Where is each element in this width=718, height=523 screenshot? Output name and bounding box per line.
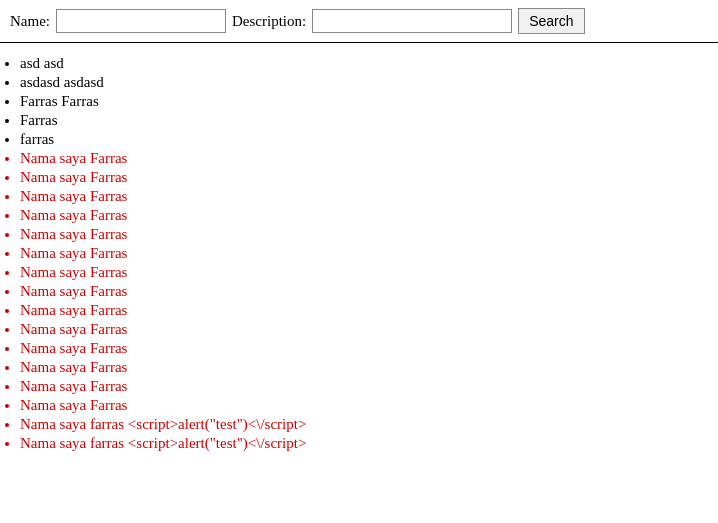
list-item: Nama saya Farras [20,207,698,224]
list-item: Nama saya farras <script>alert("test")<\… [20,435,698,452]
search-toolbar: Name: Description: Search [0,0,718,43]
list-item: Nama saya Farras [20,321,698,338]
list-item: farras [20,131,698,148]
result-list: asd asdasdasd asdasdFarras FarrasFarrasf… [0,43,718,464]
list-item: asdasd asdasd [20,74,698,91]
list-item: Farras [20,112,698,129]
list-item: Nama saya Farras [20,302,698,319]
name-label: Name: [10,13,50,30]
search-button[interactable]: Search [518,8,584,34]
description-input[interactable] [312,9,512,33]
list-item: Nama saya Farras [20,169,698,186]
list-item: Nama saya Farras [20,150,698,167]
list-item: Nama saya Farras [20,378,698,395]
list-item: Nama saya Farras [20,397,698,414]
list-item: Farras Farras [20,93,698,110]
list-item: Nama saya Farras [20,264,698,281]
name-input[interactable] [56,9,226,33]
list-item: Nama saya farras <script>alert("test")<\… [20,416,698,433]
list-item: Nama saya Farras [20,283,698,300]
list-item: Nama saya Farras [20,245,698,262]
list-item: asd asd [20,55,698,72]
list-item: Nama saya Farras [20,359,698,376]
description-label: Description: [232,13,306,30]
list-item: Nama saya Farras [20,226,698,243]
list-item: Nama saya Farras [20,340,698,357]
list-item: Nama saya Farras [20,188,698,205]
